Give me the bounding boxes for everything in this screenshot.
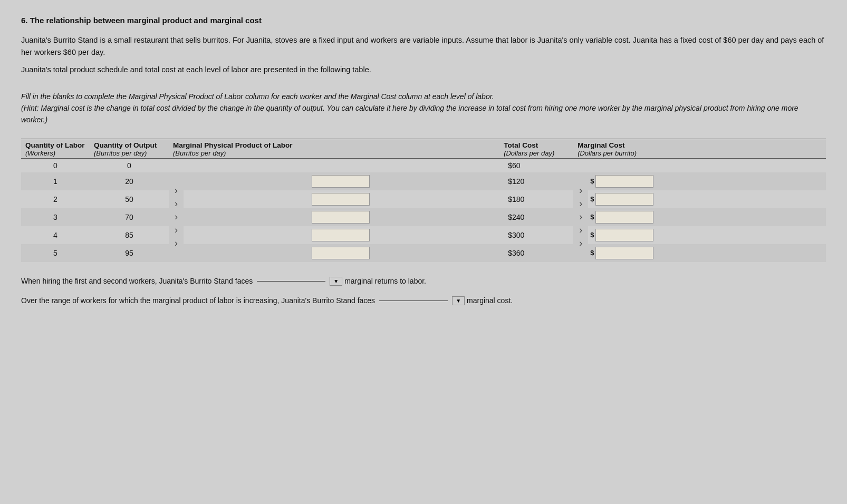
page-title: 6. The relationship between marginal pro… — [21, 16, 826, 25]
mc-input-row-5[interactable] — [595, 247, 653, 259]
data-table-section: Quantity of Labor (Workers) Quantity of … — [21, 139, 826, 262]
mc-input-row-3[interactable] — [595, 211, 653, 224]
dropdown-1[interactable]: ▼ — [330, 277, 342, 286]
instruction-text: Fill in the blanks to complete the Margi… — [21, 91, 826, 126]
header-mpp: Marginal Physical Product of Labor (Burr… — [169, 139, 499, 158]
mpp-input-cell[interactable] — [184, 190, 499, 208]
mc-input-row-1[interactable] — [595, 175, 653, 188]
table-row: 370$240$ — [21, 208, 826, 226]
cell-tc: $240 — [499, 208, 573, 226]
dollar-sign: $ — [590, 195, 594, 203]
mpp-input-row-5[interactable] — [312, 247, 370, 259]
table-row: 595$360$ — [21, 244, 826, 262]
mpp-input-row-2[interactable] — [312, 193, 370, 206]
dropdown-1-arrow: ▼ — [333, 278, 339, 284]
cell-labor: 0 — [21, 158, 90, 172]
mpp-input-cell — [184, 158, 499, 172]
dollar-sign: $ — [590, 249, 594, 257]
mpp-input-cell[interactable] — [184, 226, 499, 244]
mpp-input-row-3[interactable] — [312, 211, 370, 224]
bottom-question-1: When hiring the first and second workers… — [21, 277, 826, 286]
mc-input-cell[interactable]: $ — [588, 244, 826, 262]
cell-output: 95 — [90, 244, 169, 262]
cell-output: 20 — [90, 172, 169, 190]
cell-output: 70 — [90, 208, 169, 226]
cell-tc: $300 — [499, 226, 573, 244]
mpp-input-cell[interactable] — [184, 208, 499, 226]
mpp-input-row-4[interactable] — [312, 229, 370, 241]
page: 6. The relationship between marginal pro… — [21, 16, 826, 305]
mc-chevron-group: › › › › › — [573, 172, 588, 262]
mc-input-cell[interactable]: $ — [588, 208, 826, 226]
intro-text-1: Juanita's Burrito Stand is a small resta… — [21, 34, 826, 59]
cell-output: 85 — [90, 226, 169, 244]
dollar-sign: $ — [590, 213, 594, 221]
table-row: 485$300$ — [21, 226, 826, 244]
header-mc: Marginal Cost (Dollars per burrito) — [573, 139, 826, 158]
mpp-chevron-group: › › › › › — [169, 172, 184, 262]
bottom-question-2: Over the range of workers for which the … — [21, 296, 826, 305]
mc-input-cell — [588, 158, 826, 172]
cell-labor: 5 — [21, 244, 90, 262]
blank-line-2 — [379, 301, 448, 301]
cell-labor: 1 — [21, 172, 90, 190]
cell-labor: 4 — [21, 226, 90, 244]
mc-input-cell[interactable]: $ — [588, 172, 826, 190]
mpp-input-cell[interactable] — [184, 244, 499, 262]
table-row: 250$180$ — [21, 190, 826, 208]
mc-input-cell[interactable]: $ — [588, 190, 826, 208]
cell-labor: 3 — [21, 208, 90, 226]
dropdown-2[interactable]: ▼ — [452, 296, 465, 305]
cell-output: 50 — [90, 190, 169, 208]
cell-tc: $60 — [499, 158, 573, 172]
intro-text-2: Juanita's total product schedule and tot… — [21, 64, 826, 76]
blank-line-1 — [257, 281, 325, 282]
cell-labor: 2 — [21, 190, 90, 208]
cell-output: 0 — [90, 158, 169, 172]
dollar-sign: $ — [590, 177, 594, 185]
mpp-input-cell[interactable] — [184, 172, 499, 190]
dollar-sign: $ — [590, 231, 594, 239]
data-table: Quantity of Labor (Workers) Quantity of … — [21, 139, 826, 262]
dropdown-2-arrow: ▼ — [456, 298, 461, 304]
mc-input-cell[interactable]: $ — [588, 226, 826, 244]
table-row: 120 › › › › › $120 › › › › › $ — [21, 172, 826, 190]
header-labor: Quantity of Labor (Workers) — [21, 139, 90, 158]
header-output: Quantity of Output (Burritos per day) — [90, 139, 169, 158]
cell-tc: $360 — [499, 244, 573, 262]
cell-tc: $120 — [499, 172, 573, 190]
cell-tc: $180 — [499, 190, 573, 208]
table-row: 00$60 — [21, 158, 826, 172]
mpp-input-row-1[interactable] — [312, 175, 370, 188]
header-tc: Total Cost (Dollars per day) — [499, 139, 573, 158]
mpp-chevron-cell — [169, 158, 184, 172]
mc-input-row-4[interactable] — [595, 229, 653, 241]
mc-input-row-2[interactable] — [595, 193, 653, 206]
mc-chevron-cell — [573, 158, 588, 172]
